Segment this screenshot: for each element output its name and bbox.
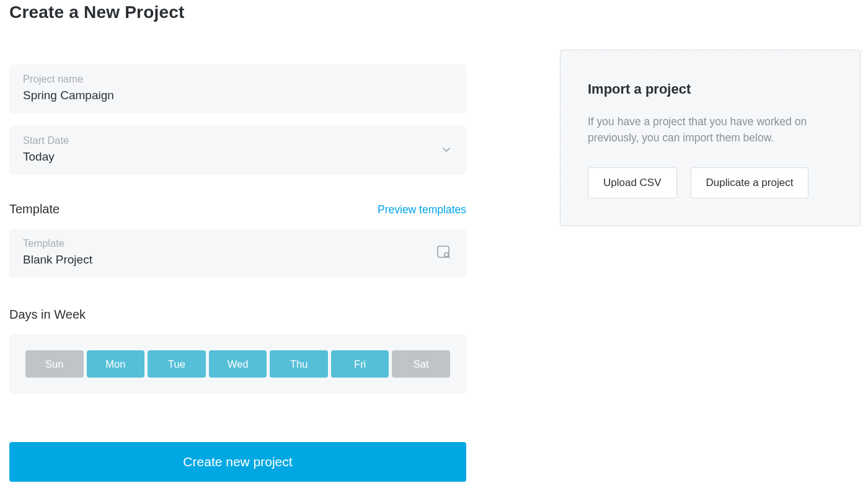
import-description: If you have a project that you have work… [588,113,833,146]
import-project-card: Import a project If you have a project t… [560,50,861,226]
preview-templates-link[interactable]: Preview templates [378,203,466,216]
day-toggle-wed[interactable]: Wed [209,350,267,378]
svg-line-2 [448,256,450,258]
new-project-form: Create a New Project Project name Start … [9,0,466,482]
day-toggle-mon[interactable]: Mon [87,350,145,378]
create-project-button[interactable]: Create new project [9,442,466,482]
day-toggle-thu[interactable]: Thu [270,350,328,378]
upload-csv-button[interactable]: Upload CSV [588,167,677,198]
day-toggle-sun[interactable]: Sun [25,350,84,378]
start-date-card[interactable]: Start Date Today [9,126,466,175]
start-date-label: Start Date [23,135,453,146]
days-heading: Days in Week [9,308,466,322]
start-date-value: Today [23,150,410,164]
day-toggle-sat[interactable]: Sat [392,350,450,378]
project-name-label: Project name [23,73,453,85]
chevron-down-icon [441,144,451,157]
template-card[interactable]: Template Blank Project [9,229,466,278]
page-title: Create a New Project [9,0,466,22]
template-label: Template [23,237,453,249]
project-name-card: Project name [9,64,466,113]
template-section-header: Template Preview templates [9,202,466,216]
import-buttons: Upload CSV Duplicate a project [588,167,833,198]
project-name-input[interactable] [23,89,410,102]
duplicate-project-button[interactable]: Duplicate a project [691,167,809,198]
day-toggle-tue[interactable]: Tue [148,350,206,378]
import-heading: Import a project [588,81,833,97]
days-in-week-picker: Sun Mon Tue Wed Thu Fri Sat [9,334,466,394]
day-toggle-fri[interactable]: Fri [331,350,389,378]
template-heading: Template [9,202,60,216]
template-value: Blank Project [23,253,410,267]
browse-templates-icon[interactable] [436,245,451,262]
